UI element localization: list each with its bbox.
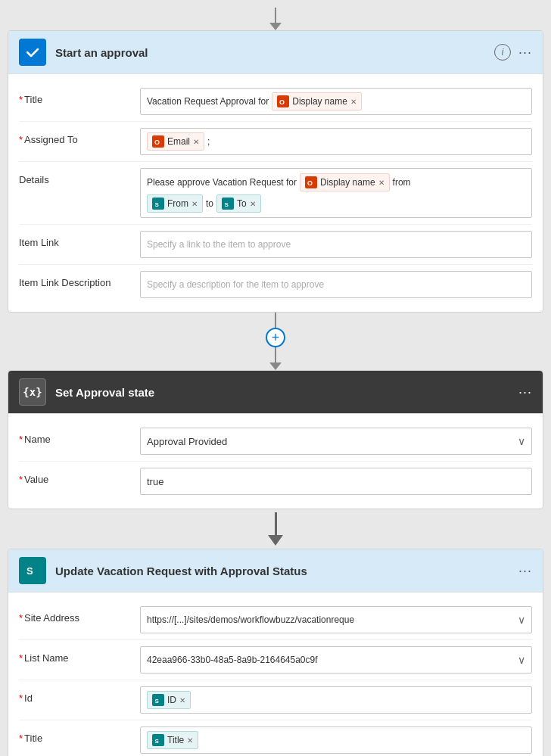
more-options-icon[interactable]: ··· <box>518 45 532 61</box>
token-to-details[interactable]: S To ✕ <box>216 194 261 213</box>
token-from-details[interactable]: S From ✕ <box>147 194 203 213</box>
semicolon-text: ; <box>207 136 210 147</box>
site-address-label: *Site Address <box>19 606 140 624</box>
name-value: Approval Provided <box>147 436 227 447</box>
card1-title: Start an approval <box>55 46 494 59</box>
site-address-select[interactable]: https://[...]/sites/demos/workflowbuzz/v… <box>140 606 532 633</box>
title-input[interactable]: Vacation Request Approval for O Display … <box>140 88 532 115</box>
card2-more-options[interactable]: ··· <box>518 384 532 400</box>
card-header-approval: Start an approval i ··· <box>8 31 543 74</box>
connector1-line-bottom <box>275 347 276 362</box>
details-text-from: from <box>393 177 411 188</box>
card2-title: Set Approval state <box>55 386 518 399</box>
list-name-label: *List Name <box>19 646 140 664</box>
site-address-value: https://[...]/sites/demos/workflowbuzz/v… <box>147 614 354 625</box>
card2-menu: ··· <box>518 384 532 400</box>
flow-container: Start an approval i ··· *Title Vacation … <box>0 0 551 756</box>
value-input[interactable]: true <box>140 468 532 495</box>
details-input[interactable]: Please approve Vacation Request for O Di… <box>140 168 532 218</box>
token-close-id[interactable]: ✕ <box>179 696 185 705</box>
list-name-arrow: ∨ <box>518 654 525 666</box>
svg-text:O: O <box>154 138 160 146</box>
item-link-row: Item Link Specify a link to the item to … <box>19 225 532 265</box>
assigned-to-input[interactable]: O Email ✕ ; <box>140 128 532 155</box>
big-arrow-head <box>268 535 283 546</box>
token-email[interactable]: O Email ✕ <box>147 132 204 151</box>
name-select[interactable]: Approval Provided ∨ <box>140 428 532 455</box>
token-close-from-details[interactable]: ✕ <box>191 200 198 208</box>
connector1-line-top <box>275 313 276 328</box>
office-icon-title: O <box>277 95 289 107</box>
item-link-placeholder: Specify a link to the item to approve <box>147 239 291 250</box>
card-start-approval: Start an approval i ··· *Title Vacation … <box>8 30 543 313</box>
card1-menu: i ··· <box>494 44 532 61</box>
token-close-display-name-details[interactable]: ✕ <box>378 179 384 187</box>
token-close-display-name[interactable]: ✕ <box>350 98 356 106</box>
item-link-desc-label: Item Link Description <box>19 271 140 288</box>
title-text: Vacation Request Approval for <box>147 96 269 107</box>
token-label-title: Title <box>167 735 184 745</box>
big-arrow-connector <box>268 512 283 546</box>
card3-title-row: *Title S Title ✕ <box>19 720 532 756</box>
token-display-name-details[interactable]: O Display name ✕ <box>300 173 390 191</box>
sp-icon-title: S <box>152 734 164 746</box>
arrow-head <box>269 23 282 30</box>
id-input[interactable]: S ID ✕ <box>140 686 532 714</box>
details-text-to: to <box>206 198 213 209</box>
office-icon-email: O <box>152 135 164 148</box>
token-label-display-name-details: Display name <box>320 177 375 188</box>
token-label-display-name: Display name <box>292 96 347 107</box>
top-arrow <box>269 8 282 30</box>
big-arrow-line <box>275 512 277 535</box>
svg-text:O: O <box>307 179 313 187</box>
card-update-vacation: S Update Vacation Request with Approval … <box>8 549 543 756</box>
card3-title: Update Vacation Request with Approval St… <box>55 565 518 577</box>
item-link-input[interactable]: Specify a link to the item to approve <box>140 231 532 258</box>
svg-text:S: S <box>155 201 160 208</box>
details-row: Details Please approve Vacation Request … <box>19 162 532 225</box>
id-label: *Id <box>19 686 140 704</box>
name-row: *Name Approval Provided ∨ <box>19 422 532 462</box>
site-address-arrow: ∨ <box>518 614 525 626</box>
connector1: + <box>266 313 285 370</box>
info-icon[interactable]: i <box>494 44 511 61</box>
token-label-from: From <box>167 198 188 209</box>
card3-more-options[interactable]: ··· <box>518 563 532 579</box>
list-name-value: 42eaa966-33b0-48a5-8a9b-2164645a0c9f <box>147 655 318 665</box>
card-header-update: S Update Vacation Request with Approval … <box>8 549 543 593</box>
item-link-desc-row: Item Link Description Specify a descript… <box>19 265 532 304</box>
connector1-add-button[interactable]: + <box>266 328 285 347</box>
item-link-label: Item Link <box>19 231 140 248</box>
token-title[interactable]: S Title ✕ <box>147 731 198 749</box>
token-display-name-title[interactable]: O Display name ✕ <box>272 92 362 110</box>
token-close-title[interactable]: ✕ <box>187 736 193 745</box>
item-link-desc-placeholder: Specify a description for the item to ap… <box>147 279 324 290</box>
site-address-row: *Site Address https://[...]/sites/demos/… <box>19 600 532 640</box>
token-label-to: To <box>237 198 247 209</box>
item-link-desc-input[interactable]: Specify a description for the item to ap… <box>140 271 532 298</box>
list-name-row: *List Name 42eaa966-33b0-48a5-8a9b-21646… <box>19 640 532 680</box>
details-text1: Please approve Vacation Request for <box>147 177 297 188</box>
card3-title-input[interactable]: S Title ✕ <box>140 726 532 754</box>
token-close-to-details[interactable]: ✕ <box>250 200 256 208</box>
token-close-email[interactable]: ✕ <box>193 138 199 146</box>
title-label: *Title <box>19 88 140 105</box>
card3-body: *Site Address https://[...]/sites/demos/… <box>8 593 543 756</box>
card3-menu: ··· <box>518 563 532 579</box>
details-line2: S From ✕ to S To ✕ <box>147 194 261 213</box>
office-icon-details: O <box>305 176 317 188</box>
assigned-to-row: *Assigned To O Email ✕ ; <box>19 122 532 162</box>
token-id[interactable]: S ID ✕ <box>147 691 191 709</box>
svg-text:S: S <box>225 201 229 208</box>
variable-icon: {x} <box>19 378 46 406</box>
svg-text:S: S <box>155 698 160 705</box>
id-row: *Id S ID ✕ <box>19 680 532 720</box>
token-label-email: Email <box>167 136 190 147</box>
sp-icon-id: S <box>152 694 164 706</box>
name-select-arrow: ∨ <box>518 435 525 447</box>
arrow-line <box>275 8 276 23</box>
card1-body: *Title Vacation Request Approval for O D… <box>8 74 543 312</box>
list-name-select[interactable]: 42eaa966-33b0-48a5-8a9b-2164645a0c9f ∨ <box>140 646 532 674</box>
token-label-id: ID <box>167 695 176 705</box>
svg-text:O: O <box>279 98 285 106</box>
